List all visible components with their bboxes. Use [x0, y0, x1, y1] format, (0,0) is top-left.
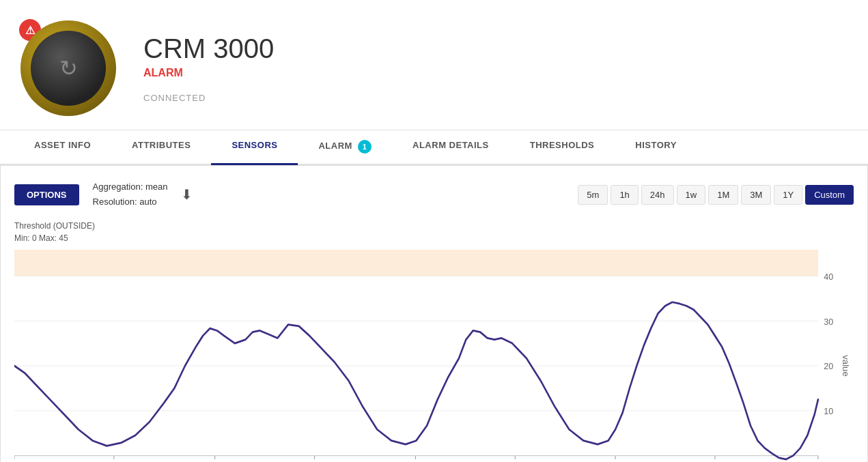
svg-text:30: 30: [824, 317, 833, 327]
device-info: CRM 3000 ALARM CONNECTED: [143, 33, 274, 103]
time-btn-1m[interactable]: 1M: [708, 185, 738, 205]
time-btn-1y[interactable]: 1Y: [774, 185, 802, 205]
device-circle: ↻: [20, 20, 116, 116]
svg-text:40: 40: [824, 272, 833, 282]
time-btn-1w[interactable]: 1w: [677, 185, 706, 205]
chart-toolbar: OPTIONS Aggregation: mean Resolution: au…: [14, 179, 854, 210]
aggregation-label: Aggregation:: [93, 182, 143, 192]
chart-svg: 40 30 20 10 15. Jul 12:00 16. Jul 12:00 …: [14, 250, 854, 462]
tab-alarm[interactable]: ALARM 1: [298, 130, 392, 165]
toolbar-left: OPTIONS Aggregation: mean Resolution: au…: [14, 179, 193, 210]
tab-alarm-details[interactable]: ALARM DETAILS: [392, 130, 509, 165]
device-inner: ↻: [31, 31, 106, 106]
device-image: ⚠ ↻: [14, 14, 123, 123]
time-btn-1h[interactable]: 1h: [611, 185, 638, 205]
chart-container: OPTIONS Aggregation: mean Resolution: au…: [0, 165, 868, 462]
tab-history[interactable]: HISTORY: [615, 130, 697, 165]
nav-tabs: ASSET INFO ATTRIBUTES SENSORS ALARM 1 AL…: [0, 130, 868, 165]
time-btn-3m[interactable]: 3M: [741, 185, 771, 205]
resolution-label: Resolution:: [93, 197, 137, 207]
svg-text:20: 20: [824, 361, 833, 371]
threshold-range: Min: 0 Max: 45: [14, 232, 854, 244]
download-button[interactable]: ⬇: [181, 186, 193, 203]
time-btn-custom[interactable]: Custom: [805, 185, 854, 205]
svg-text:value: value: [841, 355, 851, 376]
threshold-title: Threshold (OUTSIDE): [14, 220, 854, 232]
svg-text:10: 10: [824, 406, 833, 416]
alarm-status: ALARM: [143, 67, 274, 79]
alarm-badge-count: 1: [358, 140, 372, 154]
device-icon: ↻: [59, 55, 78, 81]
aggregation-value: mean: [145, 182, 168, 192]
svg-rect-0: [14, 250, 818, 276]
header: ⚠ ↻ CRM 3000 ALARM CONNECTED: [0, 0, 868, 130]
tab-sensors[interactable]: SENSORS: [211, 130, 298, 165]
time-buttons: 5m 1h 24h 1w 1M 3M 1Y Custom: [578, 185, 854, 205]
device-name: CRM 3000: [143, 33, 274, 64]
tab-asset-info[interactable]: ASSET INFO: [14, 130, 111, 165]
connection-status: CONNECTED: [143, 93, 274, 103]
chart-wrapper: 40 30 20 10 15. Jul 12:00 16. Jul 12:00 …: [14, 250, 854, 462]
options-button[interactable]: OPTIONS: [14, 184, 79, 205]
time-btn-24h[interactable]: 24h: [641, 185, 674, 205]
download-icon: ⬇: [181, 187, 193, 202]
tab-attributes[interactable]: ATTRIBUTES: [111, 130, 211, 165]
time-btn-5m[interactable]: 5m: [578, 185, 608, 205]
aggregation-info: Aggregation: mean Resolution: auto: [93, 179, 168, 210]
resolution-value: auto: [139, 197, 156, 207]
threshold-info: Threshold (OUTSIDE) Min: 0 Max: 45: [14, 220, 854, 244]
tab-thresholds[interactable]: THRESHOLDS: [509, 130, 615, 165]
